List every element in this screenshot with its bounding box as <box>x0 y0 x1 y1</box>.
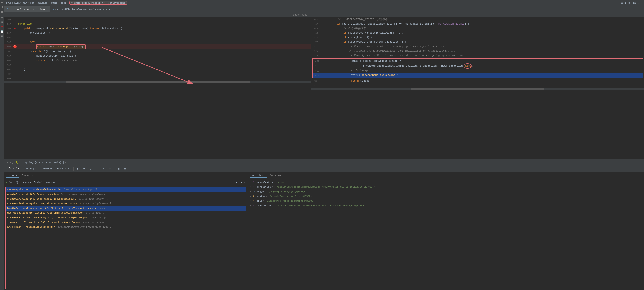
frame-item-6[interactable]: createTransactionIfNecessary:574, Transa… <box>6 215 246 220</box>
thread-down-btn[interactable]: ▼ <box>239 181 244 184</box>
left-editor-header: Reader Mode ✓ <box>4 12 311 18</box>
frame-item-7[interactable]: invokeWithinTransaction:365, Transaction… <box>6 220 246 225</box>
code-line-805: 805 } <box>4 63 311 67</box>
chevron-down-icon[interactable]: ▾ <box>638 2 639 4</box>
active-method-breadcrumb: C DruidPooledConnection › m setSavepoint <box>70 1 127 5</box>
method-icon: m <box>106 2 107 4</box>
thread-selector: ✓ "main"@1 in group "main": RUNNING ▲ ▼ … <box>4 179 247 186</box>
right-tab[interactable]: C AbstractPlatformTransactionManager.jav… <box>50 6 115 12</box>
thread-controls: ▲ ▼ ▽ <box>234 181 245 184</box>
run-icon[interactable]: ▶ <box>641 2 642 4</box>
vars-header: Variables Watches <box>248 172 644 179</box>
code-line-798: 798 checkState(); <box>4 31 311 35</box>
editor-tab-bar: C DruidPooledConnection.java ✕ C Abstrac… <box>4 6 644 12</box>
side-settings-icon[interactable]: ⚙ <box>0 20 4 24</box>
code-line-797: 797 ● public Savepoint setSavepoint(Stri… <box>4 26 311 31</box>
debug-session-bar: Debug: 🐛 mca_spring [T21_1_Tx_xml.main()… <box>4 160 644 166</box>
class-icon: C <box>71 2 73 4</box>
right-line-472: 472 if (debugEnabled) {...} <box>311 35 644 40</box>
var-debugEnabled[interactable]: P debugEnabled = false <box>248 180 644 184</box>
overhead-tab[interactable]: Overhead <box>55 166 72 171</box>
side-monitor-icon[interactable]: 🖥 <box>0 35 4 38</box>
code-line-802: 802 } catch (SQLException ex) { <box>4 50 311 54</box>
frame-item-1[interactable]: createSavepoint:187, ConnectionHolder (o… <box>6 192 246 196</box>
var-transaction[interactable]: ▶ P transaction = {DataSourceTransaction… <box>248 203 644 208</box>
side-run-icon[interactable]: ▶ <box>0 1 4 4</box>
thread-filter-btn[interactable]: ▽ <box>244 181 245 184</box>
evaluate-btn[interactable]: ≡ <box>107 166 113 172</box>
frame-item-8[interactable]: invoke:124, TransactionInterceptor (org.… <box>6 225 246 229</box>
right-tab-close[interactable]: ✕ <box>111 8 112 10</box>
reader-mode-label[interactable]: Reader Mode <box>292 14 307 16</box>
left-tab[interactable]: C DruidPooledConnection.java ✕ <box>4 6 50 12</box>
right-line-482: 482 status.createAndHoldSavepoint(); <box>313 73 643 78</box>
code-line-803: 803 handleException(ex, null); <box>4 54 311 58</box>
side-clipboard-icon[interactable]: 📋 <box>0 30 4 33</box>
debug-session: 🐛 mca_spring [T21_1_Tx_xml.main()] ✕ <box>16 161 66 164</box>
breadcrumb: druid-1.2.4.jar › com › alibaba › druid … <box>6 1 127 5</box>
left-code-area[interactable]: 795 796 @Override 797 ● public Savepoint… <box>4 18 311 159</box>
code-line-800: 800 try { <box>4 40 311 44</box>
debug-session-name: mca_spring [T21_1_Tx_xml.main()] <box>19 161 64 164</box>
side-icons-panel: ▶ ⏸ ⏹ ↺ ⚙ ● 📋 🖥 <box>0 0 4 290</box>
resume-btn[interactable]: ▶ <box>75 166 81 172</box>
code-line-807: 807 <box>4 72 311 76</box>
reader-check-icon: ✓ <box>308 14 310 16</box>
code-line-806: 806 } <box>4 67 311 72</box>
debug-label: Debug: <box>6 161 14 164</box>
breadcrumb-druid: druid <box>50 2 58 4</box>
watches-tab[interactable]: Watches <box>269 174 283 178</box>
frame-item-0[interactable]: setSavepoint:801, DruidPooledConnection … <box>6 187 246 192</box>
left-tab-close[interactable]: ✕ <box>46 8 48 11</box>
toolbar-sep-1 <box>74 167 74 171</box>
breadcrumb-jar: druid-1.2.4.jar <box>6 2 27 4</box>
debugger-tab[interactable]: Debugger <box>22 166 40 171</box>
frame-item-5[interactable]: getTransaction:359, AbstractPlatformTran… <box>6 210 246 215</box>
console-tab[interactable]: Console <box>6 166 22 172</box>
run-config-name: T21_1_Tx_xml <box>619 2 636 4</box>
side-pause-icon[interactable]: ⏸ <box>0 6 4 9</box>
code-line-799: 799 <box>4 35 311 40</box>
right-line-480: 480 prepareTransactionStatus(definition,… <box>313 64 643 68</box>
threads-tab[interactable]: Threads <box>20 174 34 178</box>
var-this[interactable]: ▶ ≡ this = {DataSourceTransactionManager… <box>248 199 644 203</box>
code-line-804: 804 return null; // never arrive <box>4 58 311 63</box>
var-definition[interactable]: ▶ P definition = {TransactionAspectSuppo… <box>248 184 644 189</box>
thread-name: "main"@1 in group "main": RUNNING <box>8 181 234 184</box>
right-line-467: 467 if (!isNestedTransactionAllowed()) {… <box>311 31 644 35</box>
frame-item-4[interactable]: handleExistingTransaction:482, AbstractP… <box>6 206 246 210</box>
step-out-btn[interactable]: ↑ <box>94 166 100 172</box>
side-breakpoint-icon[interactable]: ● <box>0 25 4 28</box>
right-editor-header <box>311 12 644 18</box>
right-tab-icon: C <box>53 8 54 10</box>
breadcrumb-pool: pool <box>61 2 66 4</box>
frames-btn[interactable]: ▦ <box>116 166 122 172</box>
step-into-btn[interactable]: ↙ <box>88 166 94 172</box>
debug-panel: Frames Threads ✓ "main"@1 in group "main… <box>4 172 644 290</box>
side-reload-icon[interactable]: ↺ <box>0 16 4 19</box>
code-line-801: 801 🔴 return conn.setSavepoint(name); <box>4 44 311 50</box>
run-to-cursor-btn[interactable]: ⇥ <box>100 166 106 172</box>
right-code-area[interactable]: 464 // 4. PROPAGATION_NESTED, 嵌套事务 465 i… <box>311 18 644 159</box>
thread-check-icon: ✓ <box>6 181 8 184</box>
memory-tab[interactable]: Memory <box>40 166 54 171</box>
thread-up-btn[interactable]: ▲ <box>234 181 239 184</box>
var-status[interactable]: ▶ ≡ status = {DefaultTransactionStatus@3… <box>248 194 644 199</box>
frame-item-3[interactable]: createAndHoldSavepoint:140, AbstractTran… <box>6 201 246 206</box>
frames-tab[interactable]: Frames <box>6 174 18 178</box>
left-tab-label: DruidPooledConnection.java <box>9 8 46 11</box>
side-stop-icon[interactable]: ⏹ <box>0 11 4 14</box>
frames-header: Frames Threads <box>4 172 247 179</box>
step-over-btn[interactable]: ↷ <box>81 166 87 172</box>
frame-item-2[interactable]: createSavepoint:160, JdbcTransactionObje… <box>6 196 246 201</box>
code-line-808: 808 <box>4 76 311 81</box>
right-line-476: 476 // Create savepoint within existing … <box>311 44 644 49</box>
active-class: DruidPooledConnection <box>74 2 103 4</box>
settings-btn[interactable]: ⚙ <box>122 166 128 172</box>
debug-session-close[interactable]: ✕ <box>65 161 66 164</box>
variables-tab[interactable]: Variables <box>250 174 267 178</box>
breadcrumb-alibaba: alibaba <box>38 2 47 4</box>
breadcrumb-com: com <box>30 2 34 4</box>
var-logger[interactable]: ▶ oo logger = {LogAdapter$Log4jLog@3588} <box>248 189 644 194</box>
right-line-464: 464 // 4. PROPAGATION_NESTED, 嵌套事务 <box>311 18 644 22</box>
